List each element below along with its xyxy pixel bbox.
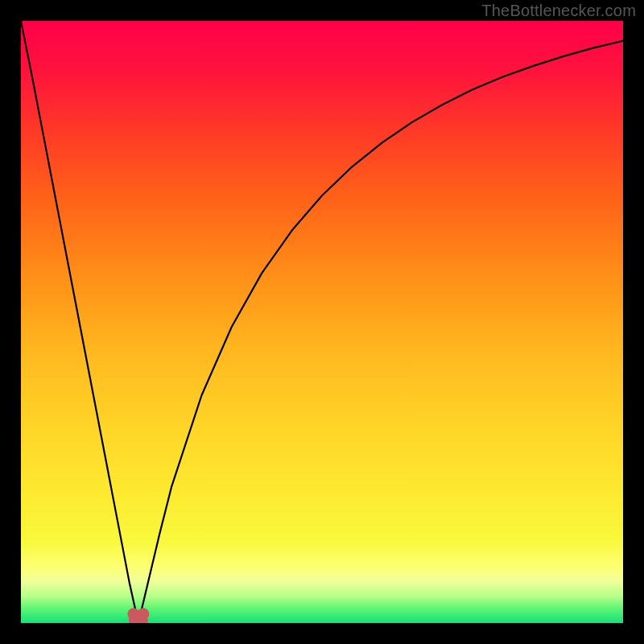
chart-frame: TheBottlenecker.com [0, 0, 644, 644]
gradient-background [21, 21, 623, 623]
watermark-text: TheBottlenecker.com [481, 2, 636, 20]
plot-area [21, 21, 623, 623]
marker-dot [137, 608, 149, 620]
chart-svg [21, 21, 623, 623]
